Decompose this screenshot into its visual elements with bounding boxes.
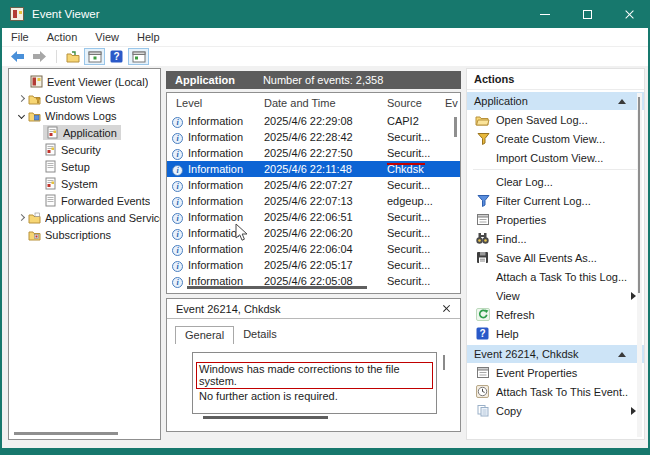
log-file-icon [43,143,57,156]
event-row[interactable]: Information 2025/4/6 22:06:51 Securit... [167,209,460,225]
action-save-all-events-as[interactable]: Save All Events As... [467,248,644,267]
action-properties[interactable]: Properties [467,210,644,229]
event-row[interactable]: Information 2025/4/6 22:07:13 edgeup... [167,193,460,209]
collapse-section-icon[interactable] [618,352,626,357]
action-refresh[interactable]: Refresh [467,305,644,324]
action-attach-task-to-event[interactable]: Attach Task To This Event... [467,382,644,401]
column-header-level[interactable]: Level [176,97,202,109]
tree-item-security[interactable]: Security [9,141,160,158]
collapse-section-icon[interactable] [618,99,626,104]
close-button[interactable] [608,0,650,28]
folder-subscriptions-icon [27,228,41,241]
help-icon: ? [110,50,123,63]
tree-item-label: System [61,178,98,190]
tree-item-label: Applications and Services Logs [45,212,160,224]
tab-general[interactable]: General [175,326,234,344]
save-icon [474,251,491,264]
tree-item-application[interactable]: Application [9,124,160,141]
action-open-saved-log[interactable]: Open Saved Log... [467,110,644,129]
minimize-button[interactable] [524,0,566,28]
toolbar-help-button[interactable]: ? [106,48,127,65]
action-filter-current-log[interactable]: Filter Current Log... [467,191,644,210]
tree-item-setup[interactable]: Setup [9,158,160,175]
maximize-button[interactable] [566,0,608,28]
export-log-button[interactable] [62,48,83,65]
tree-item-windows-logs[interactable]: Windows Logs [9,107,160,124]
show-action-pane-button[interactable] [128,48,149,65]
menu-action[interactable]: Action [38,31,87,43]
tree-item-system[interactable]: System [9,175,160,192]
tree-item-custom-views[interactable]: Custom Views [9,90,160,107]
event-viewer-icon [29,75,43,88]
back-button[interactable] [7,48,28,65]
information-icon [172,181,183,192]
tree-item-label: Custom Views [45,93,115,105]
action-view[interactable]: View [467,286,644,305]
menu-help[interactable]: Help [128,31,169,43]
tree-item-label: Windows Logs [45,110,117,122]
minimize-icon [540,14,550,15]
forward-button[interactable] [29,48,50,65]
information-icon [172,229,183,240]
event-row[interactable]: Information 2025/4/6 22:05:17 Securit... [167,257,460,273]
tree-item-label: Forwarded Events [61,195,150,207]
actions-panel: Actions Application Open Saved Log... Cr… [466,68,645,440]
event-row-selected[interactable]: Information 2025/4/6 22:11:48 Chkdsk [167,161,460,177]
find-icon [474,232,491,245]
message-vertical-scrollbar[interactable] [443,355,445,370]
action-help[interactable]: ? Help [467,324,644,343]
message-horizontal-scrollbar[interactable] [203,416,328,419]
log-file-icon [45,126,59,139]
message-red-box-annotation: Windows has made corrections to the file… [196,362,433,389]
menu-view[interactable]: View [86,31,128,43]
event-row[interactable]: Information 2025/4/6 22:27:50 Securit... [167,145,460,161]
action-attach-task-to-log[interactable]: Attach a Task To this Log... [467,267,644,286]
log-title: Application [175,74,235,86]
chevron-right-icon[interactable] [17,214,24,221]
column-header-event-id[interactable]: Ev [445,97,458,109]
chevron-down-icon[interactable] [17,112,24,119]
event-list-panel: Level Date and Time Source Ev Informatio… [166,92,461,294]
action-clear-log[interactable]: Clear Log... [467,172,644,191]
action-find[interactable]: Find... [467,229,644,248]
console-tree-panel: Event Viewer (Local) Custom Views Window… [8,68,161,440]
show-console-tree-button[interactable] [84,48,105,65]
event-row[interactable]: Information 2025/4/6 22:29:08 CAPI2 [167,113,460,129]
column-header-date-time[interactable]: Date and Time [264,97,336,109]
tree-selection-highlight: Application [43,125,121,140]
information-icon [172,245,183,256]
copy-icon [474,404,491,417]
tree-item-applications-services-logs[interactable]: Applications and Services Logs [9,209,160,226]
event-message-line2: No further action is required. [199,390,433,402]
actions-section-application[interactable]: Application [467,92,644,110]
event-list-horizontal-scrollbar[interactable] [187,286,367,289]
action-create-custom-view[interactable]: Create Custom View... [467,129,644,148]
event-row[interactable]: Information 2025/4/6 22:07:27 Securit... [167,177,460,193]
tree-item-event-viewer-local[interactable]: Event Viewer (Local) [9,73,160,90]
tab-details[interactable]: Details [234,326,286,344]
title-bar: Event Viewer [0,0,650,28]
log-file-icon [43,177,57,190]
tree-horizontal-scrollbar[interactable] [14,432,118,435]
properties-icon [474,366,491,379]
information-icon [172,117,183,128]
clock-icon [474,385,491,398]
menu-file[interactable]: File [2,31,38,43]
tree-item-forwarded-events[interactable]: Forwarded Events [9,192,160,209]
close-detail-icon[interactable] [442,304,451,313]
actions-scrollbar-thumb[interactable] [638,97,640,293]
tree-item-subscriptions[interactable]: Subscriptions [9,226,160,243]
event-row[interactable]: Information 2025/4/6 22:28:42 Securit... [167,129,460,145]
action-import-custom-view[interactable]: Import Custom View... [467,148,644,167]
column-header-source[interactable]: Source [387,97,422,109]
event-row[interactable]: Information 2025/4/6 22:06:20 Securit... [167,225,460,241]
actions-title: Actions [467,69,644,90]
action-copy[interactable]: Copy [467,401,644,420]
folder-icon [27,211,41,224]
menu-bar: File Action View Help [2,28,648,47]
event-row[interactable]: Information 2025/4/6 22:06:04 Securit... [167,241,460,257]
chevron-right-icon[interactable] [17,95,24,102]
action-event-properties[interactable]: Event Properties [467,363,644,382]
actions-section-event[interactable]: Event 26214, Chkdsk [467,345,644,363]
event-list-vertical-scrollbar[interactable] [454,117,457,137]
